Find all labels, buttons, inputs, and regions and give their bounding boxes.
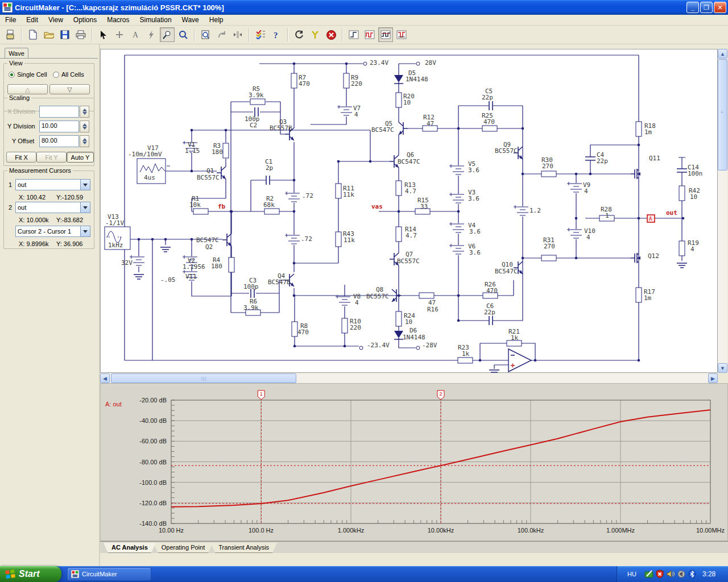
- menu-item-edit[interactable]: Edit: [21, 15, 43, 25]
- menu-item-file[interactable]: File: [0, 15, 21, 25]
- menu-item-wave[interactable]: Wave: [177, 15, 204, 25]
- fit-x-button[interactable]: Fit X: [6, 152, 36, 163]
- menu-item-options[interactable]: Options: [68, 15, 102, 25]
- scroll-down-icon[interactable]: ▼: [718, 363, 727, 373]
- schematic-canvas[interactable]: A 23.4V28VD51N4148R2010R7470R9220V74R53.…: [100, 49, 718, 373]
- component-label: 4.7: [406, 232, 417, 239]
- digital-waveform-button[interactable]: [394, 27, 409, 42]
- auto-y-button[interactable]: Auto Y: [67, 152, 94, 163]
- y-offset-input[interactable]: 80.00: [39, 135, 79, 147]
- cursor1-signal-combo[interactable]: out: [15, 179, 90, 190]
- reset-simulation-button[interactable]: [292, 27, 307, 42]
- help-button[interactable]: ?: [269, 27, 284, 42]
- restore-button[interactable]: ❐: [700, 2, 713, 13]
- simulation-setup-button[interactable]: [253, 27, 268, 42]
- new-file-button[interactable]: [26, 27, 40, 42]
- arrow-tool-button[interactable]: [96, 27, 111, 42]
- cursor-flag-1[interactable]: 1: [258, 390, 264, 400]
- component-label: 11k: [344, 236, 355, 244]
- probe-tool-button[interactable]: [160, 27, 175, 42]
- cursor-diff-combo[interactable]: Cursor 2 - Cursor 1: [15, 226, 90, 237]
- clock[interactable]: 3:28: [702, 570, 715, 578]
- component-label: 100n: [688, 170, 703, 177]
- scroll-right-icon[interactable]: ▶: [708, 373, 718, 383]
- hscroll-thumb[interactable]: |||: [111, 373, 296, 383]
- start-label: Start: [19, 569, 39, 579]
- print-button[interactable]: [73, 27, 88, 42]
- component-label: 4.7: [405, 188, 416, 195]
- y-offset-spinner[interactable]: [80, 135, 89, 147]
- component-label: -10m/10mV: [128, 151, 162, 158]
- component-label: 220: [351, 80, 362, 88]
- security-alert-shield-icon[interactable]: [655, 569, 664, 579]
- radio-all-cells-icon[interactable]: [53, 72, 59, 78]
- audio-device-icon[interactable]: [677, 569, 686, 579]
- cursor2-combo-arrow-icon[interactable]: [80, 202, 90, 213]
- stop-simulation-button[interactable]: [324, 27, 338, 42]
- close-button[interactable]: ✕: [714, 2, 726, 13]
- preview-button[interactable]: [198, 27, 213, 42]
- tablet-pen-icon[interactable]: [644, 569, 653, 579]
- minimize-button[interactable]: _: [686, 2, 699, 13]
- radio-single-cell[interactable]: Single Cell: [9, 71, 47, 78]
- browse-components-button[interactable]: [3, 27, 18, 42]
- ac-analysis-plot: 12-20.00 dB-40.00 dB-60.00 dB-80.00 dB-1…: [101, 384, 727, 541]
- menu-item-view[interactable]: View: [43, 15, 68, 25]
- scroll-left-icon[interactable]: ◀: [100, 373, 110, 383]
- radio-single-cell-icon[interactable]: [9, 72, 15, 78]
- component-label: 470: [299, 80, 310, 88]
- zoom-tool-button[interactable]: [176, 27, 191, 42]
- cursor-diff-combo-arrow-icon[interactable]: [80, 226, 90, 236]
- cursor-flag-2[interactable]: 2: [437, 390, 444, 400]
- component-label: 270: [542, 163, 553, 170]
- x-division-input[interactable]: [39, 106, 79, 118]
- mirror-button[interactable]: [230, 27, 245, 42]
- text-tool-button[interactable]: A: [128, 27, 143, 42]
- delete-tool-button[interactable]: [144, 27, 159, 42]
- cursor2-signal-combo[interactable]: out: [15, 202, 90, 213]
- dc-analysis-button[interactable]: [346, 27, 361, 42]
- scroll-up-icon[interactable]: ▲: [718, 49, 727, 59]
- transient-analysis-button[interactable]: [378, 27, 393, 42]
- component-label: BC557B: [270, 124, 292, 132]
- cell-down-button[interactable]: ▽: [49, 84, 90, 94]
- schematic-vscrollbar[interactable]: ▲ ≡ ▼: [718, 49, 727, 373]
- volume-icon[interactable]: [666, 569, 675, 579]
- rotate-button[interactable]: [214, 27, 229, 42]
- radio-all-cells[interactable]: All Cells: [53, 71, 84, 78]
- cursor-diff-x-readout: X: 9.8996k: [19, 240, 49, 247]
- menu-item-help[interactable]: Help: [204, 15, 229, 25]
- bluetooth-icon[interactable]: [688, 569, 697, 579]
- tab-ac-analysis[interactable]: AC Analysis: [104, 543, 156, 553]
- svg-text:2: 2: [440, 391, 442, 397]
- menu-item-simulation[interactable]: Simulation: [135, 15, 177, 25]
- cursor1-combo-arrow-icon[interactable]: [80, 180, 90, 190]
- y-division-spinner[interactable]: [80, 120, 89, 132]
- circuitmaker-task-icon: [71, 570, 79, 578]
- save-button[interactable]: [57, 27, 72, 42]
- tab-operating-point[interactable]: Operating Point: [154, 543, 213, 553]
- language-indicator[interactable]: HU: [627, 571, 636, 577]
- tab-wave[interactable]: Wave: [5, 48, 28, 59]
- x-division-spinner[interactable]: [80, 106, 89, 118]
- component-label: 4: [584, 188, 588, 195]
- open-file-button[interactable]: [42, 27, 56, 42]
- cell-up-button[interactable]: △: [7, 84, 48, 94]
- tab-transient-analysis[interactable]: Transient Analysis: [210, 543, 277, 553]
- menu-item-macros[interactable]: Macros: [102, 15, 134, 25]
- y-division-input[interactable]: 10.00: [39, 120, 79, 132]
- ac-analysis-button[interactable]: [362, 27, 377, 42]
- component-label: 3.9k: [243, 304, 259, 311]
- component-label: 470: [483, 118, 495, 126]
- waveform-plot-panel[interactable]: 12-20.00 dB-40.00 dB-60.00 dB-80.00 dB-1…: [100, 383, 728, 541]
- wire-tool-button[interactable]: [112, 27, 127, 42]
- fit-y-button[interactable]: Fit Y: [36, 152, 67, 163]
- component-label: 1.15: [185, 147, 200, 155]
- start-button[interactable]: Start: [0, 566, 61, 582]
- schematic-hscrollbar[interactable]: ◀ ||| ▶: [100, 373, 718, 383]
- component-label: 11k: [343, 191, 354, 198]
- taskbar-item-circuitmaker[interactable]: CircuitMaker: [67, 567, 151, 581]
- vscroll-thumb[interactable]: ≡: [718, 59, 727, 171]
- component-label: BC547C: [495, 268, 518, 275]
- step-button[interactable]: [308, 27, 322, 42]
